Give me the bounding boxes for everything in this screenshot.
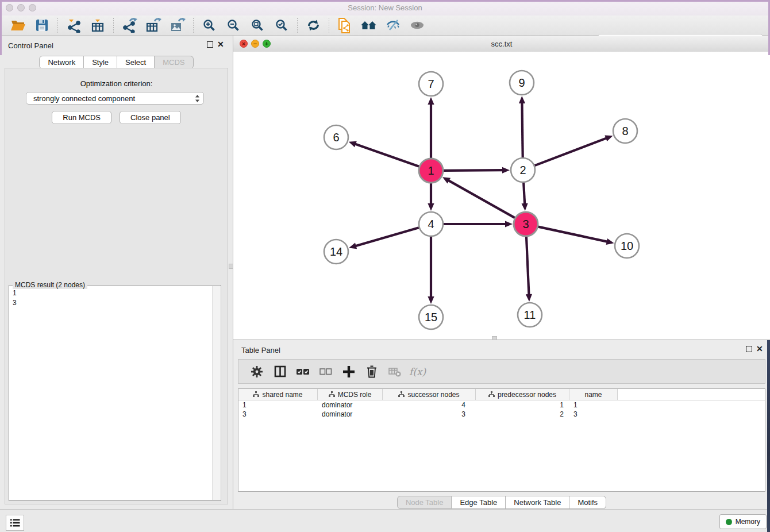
network-window-titlebar[interactable]: × − + scc.txt bbox=[233, 36, 770, 52]
svg-text:9: 9 bbox=[518, 76, 525, 89]
mcds-result-line: 1 bbox=[13, 289, 17, 297]
zoom-fit-icon[interactable] bbox=[249, 17, 266, 33]
deselect-all-columns-icon[interactable] bbox=[317, 364, 334, 380]
graph-node-2[interactable]: 2 bbox=[511, 158, 535, 182]
graph-node-8[interactable]: 8 bbox=[613, 119, 637, 143]
list-icon bbox=[9, 518, 21, 528]
zoom-in-icon[interactable] bbox=[201, 17, 218, 33]
tab-select[interactable]: Select bbox=[117, 56, 155, 69]
result-scrollbar[interactable] bbox=[212, 286, 220, 500]
import-network-icon[interactable] bbox=[65, 17, 82, 33]
export-table-icon[interactable] bbox=[145, 17, 162, 33]
table-cell[interactable]: 4 bbox=[383, 401, 476, 409]
graph-node-9[interactable]: 9 bbox=[510, 71, 534, 95]
table-cell[interactable]: 1 bbox=[569, 401, 618, 409]
home-layout-icon[interactable] bbox=[360, 17, 378, 33]
select-all-columns-icon[interactable] bbox=[294, 364, 311, 380]
close-table-panel-icon[interactable]: ✕ bbox=[756, 346, 763, 352]
mcds-result-box: MCDS result (2 nodes) 13 bbox=[9, 285, 221, 501]
graph-edge-4-14[interactable] bbox=[355, 228, 419, 246]
function-builder-icon[interactable]: f(x) bbox=[409, 364, 426, 380]
refresh-icon[interactable] bbox=[305, 17, 322, 33]
graph-node-6[interactable]: 6 bbox=[324, 125, 348, 149]
table-cell[interactable]: 3 bbox=[383, 410, 476, 418]
tab-mcds[interactable]: MCDS bbox=[155, 56, 193, 69]
svg-text:6: 6 bbox=[333, 131, 339, 144]
graph-edge-arrowhead bbox=[349, 243, 357, 249]
graph-edge-2-9[interactable] bbox=[522, 102, 522, 157]
graph-node-15[interactable]: 15 bbox=[419, 305, 443, 329]
graph-edge-3-11[interactable] bbox=[526, 237, 529, 295]
float-panel-icon[interactable] bbox=[207, 41, 213, 48]
table-cell[interactable]: 1 bbox=[476, 401, 569, 409]
table-cell[interactable]: 3 bbox=[569, 410, 618, 418]
graph-node-1[interactable]: 1 bbox=[419, 159, 443, 183]
export-image-icon[interactable] bbox=[169, 17, 186, 33]
open-file-icon[interactable] bbox=[9, 17, 26, 33]
table-cell[interactable]: dominator bbox=[318, 410, 383, 418]
gear-icon[interactable] bbox=[248, 364, 265, 380]
delete-column-trash-icon[interactable] bbox=[363, 364, 380, 380]
graph-node-11[interactable]: 11 bbox=[518, 303, 542, 327]
show-all-eye-icon[interactable] bbox=[409, 17, 426, 33]
column-header-predecessor-nodes[interactable]: predecessor nodes bbox=[476, 389, 569, 400]
graph-node-3[interactable]: 3 bbox=[514, 212, 538, 236]
network-graph: 7968124314101511 bbox=[233, 52, 769, 340]
graph-node-14[interactable]: 14 bbox=[324, 240, 348, 264]
node-table[interactable]: shared nameMCDS rolesuccessor nodesprede… bbox=[238, 388, 765, 492]
add-column-icon[interactable] bbox=[340, 364, 357, 380]
run-mcds-button[interactable]: Run MCDS bbox=[52, 111, 111, 124]
graph-edge-arrowhead bbox=[521, 203, 528, 211]
memory-button[interactable]: Memory bbox=[719, 514, 767, 529]
tab-motifs[interactable]: Motifs bbox=[569, 496, 606, 509]
network-canvas[interactable]: 7968124314101511 bbox=[233, 52, 770, 340]
graph-edge-3-10[interactable] bbox=[538, 227, 608, 242]
column-header-shared-name[interactable]: shared name bbox=[238, 389, 318, 400]
import-table-icon[interactable] bbox=[89, 17, 106, 33]
table-cell[interactable]: 2 bbox=[476, 410, 569, 418]
task-history-button[interactable] bbox=[6, 515, 24, 531]
graph-node-10[interactable]: 10 bbox=[615, 234, 639, 258]
graph-edge-arrowhead bbox=[505, 221, 513, 227]
graph-node-4[interactable]: 4 bbox=[419, 212, 443, 236]
export-network-icon[interactable] bbox=[121, 17, 138, 33]
close-panel-button[interactable]: Close panel bbox=[120, 111, 181, 124]
table-row[interactable]: 3dominator323 bbox=[238, 410, 765, 419]
graph-edge-2-8[interactable] bbox=[535, 138, 607, 165]
tab-style[interactable]: Style bbox=[84, 56, 117, 69]
float-table-panel-icon[interactable] bbox=[746, 346, 752, 352]
criterion-dropdown[interactable]: strongly connected component bbox=[26, 92, 204, 105]
tab-node-table[interactable]: Node Table bbox=[397, 496, 452, 509]
control-panel-tabs: Network Style Select MCDS bbox=[39, 56, 193, 69]
graph-edge-arrowhead bbox=[428, 97, 434, 105]
graph-edge-3-1[interactable] bbox=[448, 180, 515, 218]
graph-edge-2-3[interactable] bbox=[523, 183, 525, 205]
delete-table-icon[interactable] bbox=[386, 364, 403, 380]
criterion-dropdown-value: strongly connected component bbox=[33, 94, 195, 103]
column-header-name[interactable]: name bbox=[569, 389, 618, 400]
tab-network-table[interactable]: Network Table bbox=[506, 496, 569, 509]
table-cell[interactable]: 3 bbox=[238, 410, 318, 418]
svg-text:1: 1 bbox=[428, 164, 434, 177]
duplicate-network-icon[interactable] bbox=[336, 17, 353, 33]
zoom-out-icon[interactable] bbox=[225, 17, 242, 33]
tab-network[interactable]: Network bbox=[39, 56, 84, 69]
table-row[interactable]: 1dominator411 bbox=[238, 400, 765, 410]
graph-edge-arrowhead bbox=[519, 96, 525, 103]
tab-edge-table[interactable]: Edge Table bbox=[452, 496, 506, 509]
graph-edge-1-2[interactable] bbox=[444, 170, 503, 171]
save-session-icon[interactable] bbox=[33, 17, 51, 33]
table-cell[interactable]: dominator bbox=[318, 401, 383, 409]
column-header-successor-nodes[interactable]: successor nodes bbox=[383, 389, 476, 400]
close-panel-icon[interactable]: ✕ bbox=[217, 41, 224, 48]
horizontal-splitter-handle[interactable] bbox=[229, 264, 233, 269]
column-header-MCDS-role[interactable]: MCDS role bbox=[318, 389, 383, 400]
graph-node-7[interactable]: 7 bbox=[419, 72, 443, 96]
hide-unselected-eye-icon[interactable] bbox=[384, 17, 402, 33]
vertical-splitter-handle[interactable] bbox=[492, 336, 497, 340]
column-view-icon[interactable] bbox=[271, 364, 288, 380]
zoom-selected-icon[interactable] bbox=[273, 17, 290, 33]
table-cell[interactable]: 1 bbox=[238, 401, 318, 409]
table-tabs: Node Table Edge Table Network Table Moti… bbox=[397, 496, 606, 509]
graph-edge-1-6[interactable] bbox=[355, 144, 419, 166]
